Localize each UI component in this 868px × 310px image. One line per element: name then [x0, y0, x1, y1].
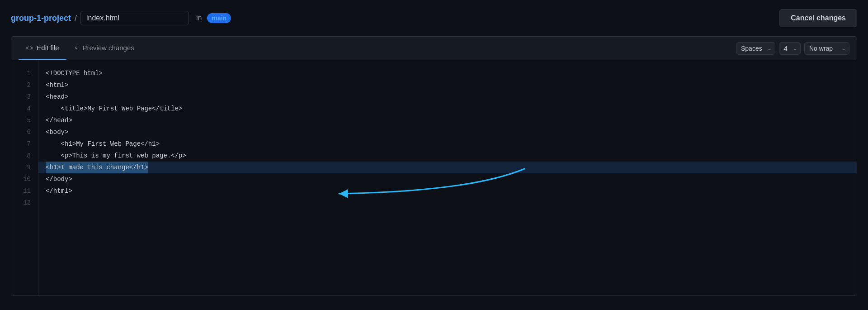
code-lines[interactable]: <!DOCTYPE html> <html> <head> <title>My … — [38, 60, 857, 296]
line-number: 12 — [11, 197, 38, 209]
project-link[interactable]: group-1-project — [11, 14, 71, 23]
filename-input[interactable] — [80, 11, 189, 25]
code-line-10: <h1>I made this change</h1> — [38, 162, 857, 173]
indent-select-wrapper: 2 4 8 — [779, 42, 801, 55]
line-numbers: 1 2 3 4 5 6 7 8 9 10 11 12 — [11, 60, 38, 296]
breadcrumb: group-1-project / in main — [11, 11, 779, 25]
code-line-3: <head> — [38, 91, 857, 103]
line-number: 7 — [11, 138, 38, 150]
code-line-4: <title>My First Web Page</title> — [38, 103, 857, 114]
tab-preview-changes[interactable]: ⚬ Preview changes — [66, 37, 142, 60]
spaces-select[interactable]: Spaces Tabs — [736, 42, 775, 55]
code-line-1: <!DOCTYPE html> — [38, 67, 857, 79]
top-bar: group-1-project / in main Cancel changes — [0, 0, 868, 36]
code-line-12: </html> — [38, 185, 857, 197]
tab-edit-label: Edit file — [37, 44, 59, 52]
code-area: 1 2 3 4 5 6 7 8 9 10 11 12 <!DOCTYPE htm… — [11, 60, 857, 296]
wrap-select[interactable]: No wrap Soft wrap — [804, 42, 849, 55]
code-line-6: <body> — [38, 126, 857, 138]
breadcrumb-separator: / — [75, 14, 77, 23]
line-number: 8 — [11, 150, 38, 162]
branch-badge: main — [207, 13, 231, 23]
line-number: 4 — [11, 103, 38, 114]
code-line-8: <p>This is my first web page.</p> — [38, 150, 857, 162]
editor-container: <> Edit file ⚬ Preview changes Spaces Ta… — [11, 36, 857, 296]
tab-edit-file[interactable]: <> Edit file — [19, 37, 66, 60]
line-number: 10 — [11, 173, 38, 185]
line-number: 1 — [11, 67, 38, 79]
editor-tabs: <> Edit file ⚬ Preview changes Spaces Ta… — [11, 37, 857, 60]
line-number: 2 — [11, 79, 38, 91]
line-number: 3 — [11, 91, 38, 103]
highlighted-code: <h1>I made this change</h1> — [46, 162, 148, 173]
indent-select[interactable]: 2 4 8 — [779, 42, 801, 55]
eye-icon: ⚬ — [74, 44, 79, 52]
line-number: 6 — [11, 126, 38, 138]
wrap-select-wrapper: No wrap Soft wrap — [804, 42, 849, 55]
line-number: 11 — [11, 185, 38, 197]
code-line-7: <h1>My First Web Page</h1> — [38, 138, 857, 150]
spaces-select-wrapper: Spaces Tabs — [736, 42, 775, 55]
code-line-5: </head> — [38, 114, 857, 126]
branch-label: in — [196, 14, 202, 22]
code-icon: <> — [26, 44, 33, 52]
code-line-11: </body> — [38, 173, 857, 185]
line-number: 9 — [11, 162, 38, 173]
line-number: 5 — [11, 114, 38, 126]
cancel-changes-button[interactable]: Cancel changes — [779, 9, 857, 27]
editor-options: Spaces Tabs 2 4 8 No wrap Soft wrap — [736, 42, 849, 55]
code-line-2: <html> — [38, 79, 857, 91]
tab-preview-label: Preview changes — [83, 44, 134, 52]
